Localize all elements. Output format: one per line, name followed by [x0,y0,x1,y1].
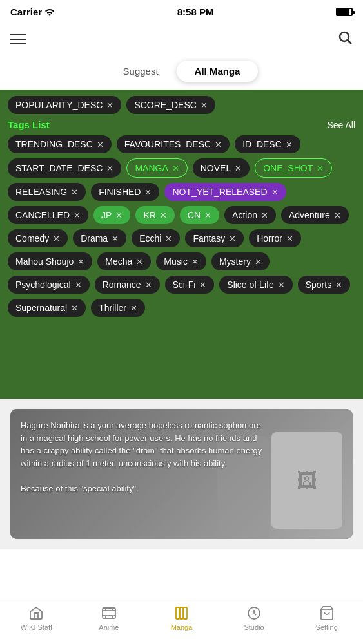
remove-tag-icon[interactable]: ✕ [106,164,113,173]
remove-tag-icon[interactable]: ✕ [255,257,262,267]
sort-chip-popularity[interactable]: POPULARITY_DESC ✕ [8,96,121,114]
tag-chip-11[interactable]: JP✕ [93,206,130,224]
remove-tag-icon[interactable]: ✕ [130,303,137,313]
manga-card[interactable]: Hagure Narihira is a your average hopele… [10,409,353,539]
tab-suggest[interactable]: Suggest [105,61,177,82]
remove-icon[interactable]: ✕ [201,100,208,110]
tag-chip-6[interactable]: ONE_SHOT✕ [255,158,332,178]
tag-chip-29[interactable]: Sports✕ [298,276,350,294]
nav-setting-label: Setting [316,623,338,631]
see-all-button[interactable]: See All [327,120,355,130]
nav-anime[interactable]: Anime [73,605,146,631]
tag-chip-5[interactable]: NOVEL✕ [193,158,250,178]
tag-chip-26[interactable]: Romance✕ [95,276,160,294]
books-icon [173,605,190,621]
remove-tag-icon[interactable]: ✕ [136,257,143,267]
remove-tag-icon[interactable]: ✕ [199,280,206,290]
remove-tag-icon[interactable]: ✕ [77,257,84,267]
studio-icon [246,605,262,621]
svg-rect-3 [103,608,115,618]
remove-tag-icon[interactable]: ✕ [160,211,167,220]
remove-tag-icon[interactable]: ✕ [74,211,81,220]
tag-chip-18[interactable]: Ecchi✕ [132,229,180,247]
header [0,23,363,55]
tag-chip-24[interactable]: Mystery✕ [211,252,270,270]
remove-tag-icon[interactable]: ✕ [144,187,152,197]
nav-studio[interactable]: Studio [218,605,291,631]
remove-tag-icon[interactable]: ✕ [271,187,279,197]
remove-tag-icon[interactable]: ✕ [286,234,293,243]
remove-tag-icon[interactable]: ✕ [112,234,119,243]
remove-tag-icon[interactable]: ✕ [286,140,293,149]
remove-tag-icon[interactable]: ✕ [191,257,199,267]
tag-chip-7[interactable]: RELEASING✕ [8,183,86,201]
tag-chip-31[interactable]: Thriller✕ [91,299,145,317]
tag-chip-4[interactable]: MANGA✕ [126,158,187,178]
manga-description: Hagure Narihira is a your average hopele… [21,419,264,495]
filter-area: POPULARITY_DESC ✕ SCORE_DESC ✕ Tags List… [0,90,363,399]
remove-tag-icon[interactable]: ✕ [334,211,341,220]
svg-line-2 [348,41,352,44]
remove-tag-icon[interactable]: ✕ [204,211,211,220]
remove-tag-icon[interactable]: ✕ [335,280,342,290]
svg-point-1 [340,32,349,41]
remove-tag-icon[interactable]: ✕ [71,187,78,197]
remove-tag-icon[interactable]: ✕ [278,280,285,290]
tags-header: Tags List See All [8,119,355,130]
remove-tag-icon[interactable]: ✕ [172,164,179,173]
tag-chip-12[interactable]: KR✕ [135,206,174,224]
remove-tag-icon[interactable]: ✕ [235,164,242,173]
remove-tag-icon[interactable]: ✕ [317,164,324,173]
film-icon [101,605,117,621]
tag-chip-14[interactable]: Action✕ [224,206,276,224]
svg-point-0 [49,14,51,16]
tag-chip-8[interactable]: FINISHED✕ [91,183,159,201]
tag-chip-9[interactable]: NOT_YET_RELEASED✕ [164,183,286,201]
tag-chip-25[interactable]: Psychological✕ [8,276,90,294]
tag-chip-1[interactable]: FAVOURITES_DESC✕ [117,135,230,153]
tag-chip-13[interactable]: CN✕ [180,206,219,224]
nav-setting[interactable]: Setting [290,605,363,631]
nav-manga[interactable]: Manga [145,605,218,631]
cart-icon [319,605,335,621]
card-area: Hagure Narihira is a your average hopele… [0,399,363,549]
tag-chip-10[interactable]: CANCELLED✕ [8,206,88,224]
remove-tag-icon[interactable]: ✕ [261,211,268,220]
tab-all-manga[interactable]: All Manga [177,61,259,82]
sort-chips-row: POPULARITY_DESC ✕ SCORE_DESC ✕ [8,96,355,114]
tag-chip-20[interactable]: Horror✕ [249,229,301,247]
remove-tag-icon[interactable]: ✕ [145,280,152,290]
sort-chip-score[interactable]: SCORE_DESC ✕ [126,96,215,114]
tag-chip-21[interactable]: Mahou Shoujo✕ [8,252,92,270]
remove-tag-icon[interactable]: ✕ [75,280,82,290]
tag-chip-30[interactable]: Supernatural✕ [8,299,86,317]
remove-tag-icon[interactable]: ✕ [71,303,78,313]
tag-chip-2[interactable]: ID_DESC✕ [235,135,300,153]
tag-chip-17[interactable]: Drama✕ [73,229,126,247]
menu-button[interactable] [10,34,26,44]
remove-tag-icon[interactable]: ✕ [215,140,222,149]
tag-chip-28[interactable]: Slice of Life✕ [219,276,292,294]
remove-tag-icon[interactable]: ✕ [53,234,60,243]
svg-rect-11 [180,607,183,619]
status-time: 8:58 PM [177,6,214,17]
search-button[interactable] [337,30,353,49]
remove-tag-icon[interactable]: ✕ [97,140,104,149]
tag-chip-27[interactable]: Sci-Fi✕ [165,276,215,294]
svg-rect-12 [184,607,187,619]
nav-wiki-staff[interactable]: WIKI Staff [0,605,73,631]
tag-chip-0[interactable]: TRENDING_DESC✕ [8,135,112,153]
tag-chip-22[interactable]: Mecha✕ [97,252,151,270]
remove-tag-icon[interactable]: ✕ [115,211,123,220]
tag-chip-23[interactable]: Music✕ [156,252,206,270]
tag-chip-3[interactable]: START_DATE_DESC✕ [8,158,121,178]
remove-tag-icon[interactable]: ✕ [229,234,236,243]
tag-chip-19[interactable]: Fantasy✕ [185,229,244,247]
remove-icon[interactable]: ✕ [106,100,113,110]
nav-studio-label: Studio [244,623,264,631]
wifi-icon [44,7,55,16]
remove-tag-icon[interactable]: ✕ [165,234,172,243]
tag-chip-15[interactable]: Adventure✕ [281,206,349,224]
tag-chip-16[interactable]: Comedy✕ [8,229,68,247]
tab-switcher: Suggest All Manga [0,55,363,90]
